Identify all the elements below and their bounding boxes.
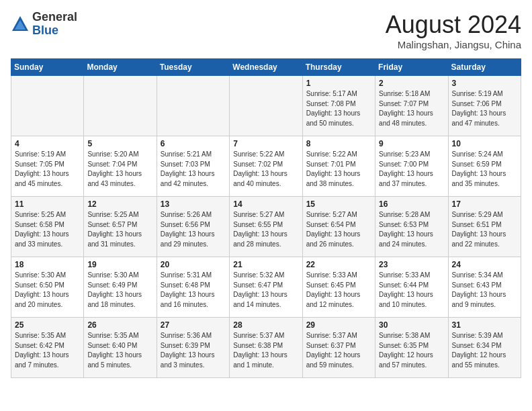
day-info: Sunrise: 5:38 AM Sunset: 6:35 PM Dayligh… xyxy=(379,331,444,370)
logo-general: General xyxy=(32,10,77,24)
calendar-cell: 24Sunrise: 5:34 AM Sunset: 6:43 PM Dayli… xyxy=(448,257,521,318)
week-row-5: 25Sunrise: 5:35 AM Sunset: 6:42 PM Dayli… xyxy=(11,318,521,378)
day-info: Sunrise: 5:24 AM Sunset: 6:59 PM Dayligh… xyxy=(452,150,517,189)
calendar-cell: 21Sunrise: 5:32 AM Sunset: 6:47 PM Dayli… xyxy=(230,257,302,318)
calendar-cell xyxy=(230,76,302,136)
day-info: Sunrise: 5:35 AM Sunset: 6:40 PM Dayligh… xyxy=(87,331,152,370)
calendar-cell: 27Sunrise: 5:36 AM Sunset: 6:39 PM Dayli… xyxy=(157,318,229,378)
day-info: Sunrise: 5:37 AM Sunset: 6:37 PM Dayligh… xyxy=(306,331,371,370)
day-number: 4 xyxy=(15,139,80,148)
day-info: Sunrise: 5:30 AM Sunset: 6:50 PM Dayligh… xyxy=(15,271,80,310)
day-info: Sunrise: 5:25 AM Sunset: 6:58 PM Dayligh… xyxy=(15,210,80,249)
day-info: Sunrise: 5:23 AM Sunset: 7:00 PM Dayligh… xyxy=(379,150,444,189)
day-number: 19 xyxy=(87,260,152,269)
day-number: 8 xyxy=(306,139,371,148)
day-number: 2 xyxy=(379,79,444,88)
day-info: Sunrise: 5:27 AM Sunset: 6:55 PM Dayligh… xyxy=(233,210,298,249)
day-info: Sunrise: 5:21 AM Sunset: 7:03 PM Dayligh… xyxy=(161,150,226,189)
calendar-cell: 4Sunrise: 5:19 AM Sunset: 7:05 PM Daylig… xyxy=(11,136,84,197)
day-number: 30 xyxy=(379,320,444,330)
header-day-sunday: Sunday xyxy=(11,59,84,76)
calendar-cell: 3Sunrise: 5:19 AM Sunset: 7:06 PM Daylig… xyxy=(448,76,521,136)
header-day-tuesday: Tuesday xyxy=(157,59,229,76)
day-number: 13 xyxy=(161,199,226,209)
day-info: Sunrise: 5:28 AM Sunset: 6:53 PM Dayligh… xyxy=(379,210,444,249)
day-number: 15 xyxy=(306,199,371,209)
calendar-table: SundayMondayTuesdayWednesdayThursdayFrid… xyxy=(11,58,521,378)
day-info: Sunrise: 5:34 AM Sunset: 6:43 PM Dayligh… xyxy=(452,271,517,310)
day-info: Sunrise: 5:35 AM Sunset: 6:42 PM Dayligh… xyxy=(15,331,80,370)
day-number: 9 xyxy=(379,139,444,148)
day-info: Sunrise: 5:31 AM Sunset: 6:48 PM Dayligh… xyxy=(161,271,226,310)
day-number: 12 xyxy=(87,199,152,209)
day-number: 26 xyxy=(87,320,152,330)
day-number: 21 xyxy=(233,260,298,269)
day-number: 14 xyxy=(233,199,298,209)
day-info: Sunrise: 5:17 AM Sunset: 7:08 PM Dayligh… xyxy=(306,89,371,128)
day-info: Sunrise: 5:19 AM Sunset: 7:06 PM Dayligh… xyxy=(452,89,517,128)
day-number: 18 xyxy=(15,260,80,269)
calendar-cell: 2Sunrise: 5:18 AM Sunset: 7:07 PM Daylig… xyxy=(375,76,448,136)
calendar-cell: 20Sunrise: 5:31 AM Sunset: 6:48 PM Dayli… xyxy=(157,257,229,318)
day-number: 3 xyxy=(452,79,517,88)
day-number: 25 xyxy=(15,320,80,330)
calendar-cell: 7Sunrise: 5:22 AM Sunset: 7:02 PM Daylig… xyxy=(230,136,302,197)
logo-icon xyxy=(11,15,30,34)
day-number: 20 xyxy=(161,260,226,269)
week-row-1: 1Sunrise: 5:17 AM Sunset: 7:08 PM Daylig… xyxy=(11,76,521,136)
logo: General Blue xyxy=(11,11,77,38)
calendar-cell: 9Sunrise: 5:23 AM Sunset: 7:00 PM Daylig… xyxy=(375,136,448,197)
day-info: Sunrise: 5:26 AM Sunset: 6:56 PM Dayligh… xyxy=(161,210,226,249)
day-info: Sunrise: 5:22 AM Sunset: 7:01 PM Dayligh… xyxy=(306,150,371,189)
day-number: 16 xyxy=(379,199,444,209)
calendar-cell xyxy=(11,76,84,136)
day-number: 23 xyxy=(379,260,444,269)
calendar-cell: 13Sunrise: 5:26 AM Sunset: 6:56 PM Dayli… xyxy=(157,197,229,257)
calendar-cell xyxy=(157,76,229,136)
day-info: Sunrise: 5:22 AM Sunset: 7:02 PM Dayligh… xyxy=(233,150,298,189)
day-number: 17 xyxy=(452,199,517,209)
day-number: 10 xyxy=(452,139,517,148)
calendar-cell: 12Sunrise: 5:25 AM Sunset: 6:57 PM Dayli… xyxy=(84,197,157,257)
day-number: 29 xyxy=(306,320,371,330)
day-number: 27 xyxy=(161,320,226,330)
logo-text: General Blue xyxy=(32,11,77,38)
week-row-4: 18Sunrise: 5:30 AM Sunset: 6:50 PM Dayli… xyxy=(11,257,521,318)
header-day-monday: Monday xyxy=(84,59,157,76)
day-number: 22 xyxy=(306,260,371,269)
day-info: Sunrise: 5:19 AM Sunset: 7:05 PM Dayligh… xyxy=(15,150,80,189)
header-day-saturday: Saturday xyxy=(448,59,521,76)
day-info: Sunrise: 5:20 AM Sunset: 7:04 PM Dayligh… xyxy=(87,150,152,189)
calendar-cell: 28Sunrise: 5:37 AM Sunset: 6:38 PM Dayli… xyxy=(230,318,302,378)
calendar-cell: 22Sunrise: 5:33 AM Sunset: 6:45 PM Dayli… xyxy=(302,257,375,318)
logo-blue: Blue xyxy=(32,24,58,37)
calendar-cell: 23Sunrise: 5:33 AM Sunset: 6:44 PM Dayli… xyxy=(375,257,448,318)
calendar-cell: 15Sunrise: 5:27 AM Sunset: 6:54 PM Dayli… xyxy=(302,197,375,257)
day-number: 5 xyxy=(87,139,152,148)
day-number: 24 xyxy=(452,260,517,269)
calendar-cell: 14Sunrise: 5:27 AM Sunset: 6:55 PM Dayli… xyxy=(230,197,302,257)
day-info: Sunrise: 5:39 AM Sunset: 6:34 PM Dayligh… xyxy=(452,331,517,370)
calendar-cell: 10Sunrise: 5:24 AM Sunset: 6:59 PM Dayli… xyxy=(448,136,521,197)
calendar-cell: 26Sunrise: 5:35 AM Sunset: 6:40 PM Dayli… xyxy=(84,318,157,378)
calendar-cell: 16Sunrise: 5:28 AM Sunset: 6:53 PM Dayli… xyxy=(375,197,448,257)
header-day-thursday: Thursday xyxy=(302,59,375,76)
title-area: August 2024 Malingshan, Jiangsu, China xyxy=(386,11,521,50)
day-info: Sunrise: 5:33 AM Sunset: 6:44 PM Dayligh… xyxy=(379,271,444,310)
week-row-3: 11Sunrise: 5:25 AM Sunset: 6:58 PM Dayli… xyxy=(11,197,521,257)
calendar-cell: 18Sunrise: 5:30 AM Sunset: 6:50 PM Dayli… xyxy=(11,257,84,318)
calendar-cell: 31Sunrise: 5:39 AM Sunset: 6:34 PM Dayli… xyxy=(448,318,521,378)
day-number: 28 xyxy=(233,320,298,330)
calendar-cell: 17Sunrise: 5:29 AM Sunset: 6:51 PM Dayli… xyxy=(448,197,521,257)
calendar-cell: 29Sunrise: 5:37 AM Sunset: 6:37 PM Dayli… xyxy=(302,318,375,378)
calendar-cell: 6Sunrise: 5:21 AM Sunset: 7:03 PM Daylig… xyxy=(157,136,229,197)
month-year: August 2024 xyxy=(386,11,521,39)
day-info: Sunrise: 5:30 AM Sunset: 6:49 PM Dayligh… xyxy=(87,271,152,310)
header: General Blue August 2024 Malingshan, Jia… xyxy=(11,11,521,50)
calendar-cell: 19Sunrise: 5:30 AM Sunset: 6:49 PM Dayli… xyxy=(84,257,157,318)
day-number: 31 xyxy=(452,320,517,330)
day-info: Sunrise: 5:25 AM Sunset: 6:57 PM Dayligh… xyxy=(87,210,152,249)
day-number: 1 xyxy=(306,79,371,88)
day-number: 7 xyxy=(233,139,298,148)
location: Malingshan, Jiangsu, China xyxy=(386,39,521,50)
